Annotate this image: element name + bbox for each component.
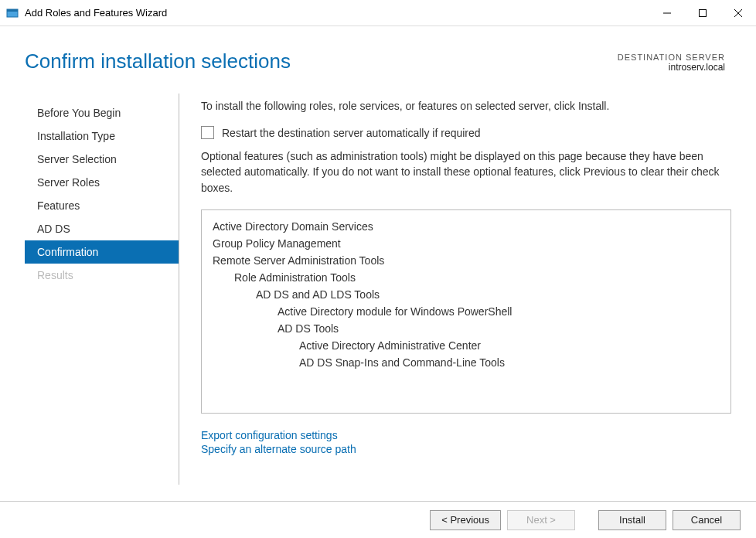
app-icon [6, 7, 19, 19]
sidebar-item-server-selection[interactable]: Server Selection [25, 148, 179, 171]
sidebar-item-server-roles[interactable]: Server Roles [25, 171, 179, 194]
cancel-button[interactable]: Cancel [673, 510, 741, 530]
titlebar: Add Roles and Features Wizard [0, 0, 756, 26]
export-config-link[interactable]: Export configuration settings [201, 429, 731, 441]
footer: < Previous Next > Install Cancel [0, 501, 756, 538]
selection-item: Active Directory Domain Services [213, 218, 720, 235]
restart-checkbox-row[interactable]: Restart the destination server automatic… [201, 126, 731, 139]
sidebar-item-features[interactable]: Features [25, 194, 179, 217]
install-button[interactable]: Install [598, 510, 666, 530]
window-title: Add Roles and Features Wizard [25, 7, 649, 19]
alternate-source-link[interactable]: Specify an alternate source path [201, 443, 731, 455]
destination-block: DESTINATION SERVER introserv.local [618, 53, 725, 73]
sidebar-item-ad-ds[interactable]: AD DS [25, 217, 179, 240]
selection-item: Group Policy Management [213, 235, 720, 252]
selection-item: Role Administration Tools [213, 269, 720, 286]
sidebar: Before You Begin Installation Type Serve… [25, 94, 179, 485]
sidebar-item-results: Results [25, 264, 179, 287]
selection-item: Active Directory module for Windows Powe… [213, 303, 720, 320]
next-button: Next > [507, 510, 575, 530]
header-row: Confirm installation selections DESTINAT… [0, 26, 756, 83]
previous-button[interactable]: < Previous [430, 510, 501, 530]
destination-value: introserv.local [618, 62, 725, 73]
right-panel: To install the following roles, role ser… [179, 94, 756, 485]
selection-item: Active Directory Administrative Center [213, 337, 720, 354]
selections-box[interactable]: Active Directory Domain Services Group P… [201, 209, 731, 414]
close-button[interactable] [720, 0, 756, 26]
minimize-button[interactable] [649, 0, 685, 26]
destination-label: DESTINATION SERVER [618, 53, 725, 62]
optional-features-text: Optional features (such as administratio… [201, 148, 731, 196]
restart-checkbox-label: Restart the destination server automatic… [222, 127, 481, 139]
maximize-button[interactable] [685, 0, 720, 26]
selection-item: Remote Server Administration Tools [213, 252, 720, 269]
links-block: Export configuration settings Specify an… [201, 429, 731, 455]
selection-item: AD DS Tools [213, 320, 720, 337]
page-title: Confirm installation selections [25, 49, 618, 73]
intro-text: To install the following roles, role ser… [201, 100, 731, 112]
sidebar-item-before-you-begin[interactable]: Before You Begin [25, 101, 179, 124]
window-controls [649, 0, 756, 26]
svg-rect-1 [7, 9, 18, 12]
sidebar-item-installation-type[interactable]: Installation Type [25, 124, 179, 148]
svg-rect-3 [700, 10, 707, 17]
selection-item: AD DS and AD LDS Tools [213, 286, 720, 303]
restart-checkbox[interactable] [201, 126, 214, 139]
selection-item: AD DS Snap-Ins and Command-Line Tools [213, 354, 720, 371]
sidebar-item-confirmation[interactable]: Confirmation [25, 240, 179, 264]
main-area: Before You Begin Installation Type Serve… [0, 83, 756, 485]
